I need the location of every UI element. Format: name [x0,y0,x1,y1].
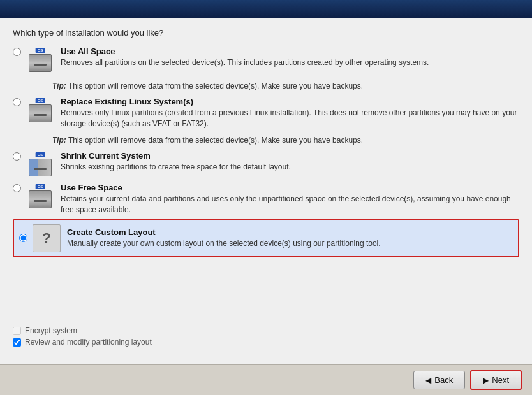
icon-replace-linux: OS [26,97,54,125]
icon-free-space: OS [26,183,54,211]
radio-shrink[interactable] [13,152,21,161]
option-title-free-space: Use Free Space [61,183,519,192]
main-content: Which type of installation would you lik… [0,18,532,364]
question-mark: ? [42,230,50,247]
checkbox-encrypt[interactable] [13,327,21,335]
option-desc-custom: Manually create your own custom layout o… [67,238,513,249]
icon-use-all-space: OS [26,47,54,75]
option-row-free-space: OS Use Free Space Retains your current d… [13,183,519,215]
checkbox-row-review: Review and modify partitioning layout [13,338,519,347]
icon-custom: ? ? [33,224,61,252]
icon-shrink: OS [26,151,54,179]
option-text-custom: Create Custom Layout Manually create you… [67,227,513,249]
option-desc-replace-linux: Removes only Linux partitions (created f… [61,108,519,129]
tip-label-2: Tip: [52,136,66,145]
option-title-shrink: Shrink Current System [61,151,519,161]
os-badge-3: OS [36,152,45,157]
os-badge: OS [36,48,45,53]
option-row-replace-linux: OS Replace Existing Linux System(s) Remo… [13,97,519,129]
checkbox-review[interactable] [13,338,21,347]
radio-replace-linux[interactable] [13,98,21,106]
option-row-use-all-space: OS Use All Space Removes all partitions … [13,47,519,75]
next-arrow-icon: ▶ [483,376,489,385]
tip-label: Tip: [52,82,66,90]
option-text-replace-linux: Replace Existing Linux System(s) Removes… [61,97,519,129]
option-desc-use-all-space: Removes all partitions on the selected d… [61,57,519,68]
option-title-use-all-space: Use All Space [61,47,519,56]
option-title-custom: Create Custom Layout [67,227,513,237]
back-arrow-icon: ◀ [425,376,431,385]
next-label: Next [492,375,509,385]
os-badge-4: OS [36,184,45,189]
option-desc-free-space: Retains your current data and partitions… [61,194,519,215]
option-title-replace-linux: Replace Existing Linux System(s) [61,97,519,106]
radio-use-all-space[interactable] [13,48,21,56]
checkbox-row-encrypt: Encrypt system [13,326,519,335]
option-tip-use-all-space: Tip: Tip: This option will remove data f… [52,81,519,92]
checkbox-review-label: Review and modify partitioning layout [25,338,152,347]
title-bar [0,0,532,18]
option-tip-replace-linux: Tip: This option will remove data from t… [52,135,519,146]
option-row-shrink: OS Shrink Current System Shrinks existin… [13,151,519,179]
checkbox-encrypt-label: Encrypt system [25,326,77,335]
option-highlight-custom[interactable]: ? ? Create Custom Layout Manually create… [13,219,519,257]
page-question: Which type of installation would you lik… [13,28,519,38]
option-text-shrink: Shrink Current System Shrinks existing p… [61,151,519,173]
option-desc-shrink: Shrinks existing partitions to create fr… [61,162,519,173]
checkboxes-section: Encrypt system Review and modify partiti… [13,326,519,349]
back-button[interactable]: ◀ Back [413,371,465,389]
back-label: Back [434,375,453,385]
bottom-bar: ◀ Back ▶ Next [0,364,532,395]
next-button[interactable]: ▶ Next [470,370,522,390]
option-text-use-all-space: Use All Space Removes all partitions on … [61,47,519,68]
option-text-free-space: Use Free Space Retains your current data… [61,183,519,215]
os-badge-2: OS [36,98,45,103]
radio-custom[interactable] [19,234,27,242]
radio-free-space[interactable] [13,184,21,192]
